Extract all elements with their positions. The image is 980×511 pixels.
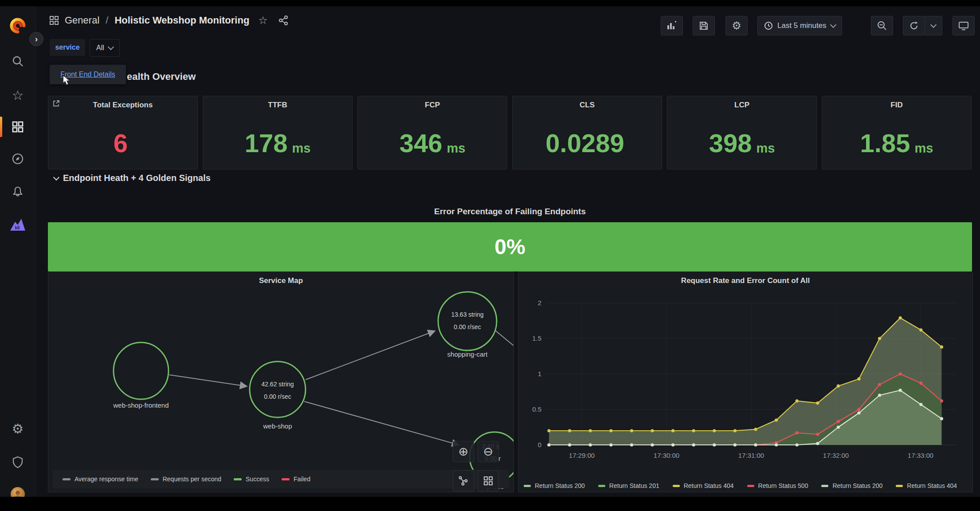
stat-value: 1.85 — [860, 130, 910, 156]
stat-panel-ttfb: TTFB 178 ms — [203, 96, 353, 169]
grafana-logo[interactable] — [0, 14, 35, 37]
sidebar-expand-button[interactable]: › — [29, 32, 43, 46]
stat-value: 346 — [400, 130, 443, 156]
data-link-tooltip[interactable]: Front End Details — [50, 65, 126, 84]
request-rate-panel: Request Rate and Error Count of All 00.5… — [518, 271, 973, 492]
node-web-shop-frontend[interactable] — [114, 342, 169, 399]
grafana-logo-icon — [8, 16, 27, 35]
alerting-bell-icon[interactable] — [0, 180, 35, 203]
legend-label: Return Status 200 — [535, 482, 585, 489]
node-label: web-shop — [263, 422, 292, 430]
legend-swatch — [673, 485, 680, 487]
variable-service-value-dropdown[interactable]: All — [90, 39, 120, 57]
stat-value: 178 — [245, 130, 288, 156]
top-black-bar — [0, 0, 980, 6]
stat-panel-fid: FID 1.85 ms — [822, 96, 972, 169]
zoom-out-time-button[interactable] — [871, 16, 893, 35]
stat-title[interactable]: CLS — [513, 101, 662, 110]
cycle-view-mode-button[interactable] — [953, 16, 975, 35]
stat-value: 398 — [709, 130, 752, 156]
admin-shield-icon[interactable] — [0, 451, 35, 474]
cursor-pointer-icon — [62, 75, 72, 86]
k6-label: k6 — [15, 225, 20, 230]
svg-text:17:32:00: 17:32:00 — [823, 452, 849, 459]
error-percentage-bar: 0% — [48, 222, 972, 271]
legend-label: Success — [246, 476, 269, 483]
k6-app-icon[interactable]: k6 — [0, 213, 35, 236]
map-hierarchy-layout-button[interactable] — [453, 470, 474, 491]
clock-icon — [764, 21, 773, 30]
dashboard-settings-button[interactable]: ⚙ — [725, 16, 748, 35]
legend-swatch — [234, 478, 242, 480]
legend-label: Failed — [294, 476, 310, 483]
map-zoom-out-button[interactable]: ⊖ — [478, 441, 499, 462]
stat-title[interactable]: TTFB — [203, 101, 352, 110]
row-endpoint-health[interactable]: Endpoint Heath + 4 Golden Signals — [54, 173, 211, 183]
app-surface: ☆ k — [0, 6, 980, 497]
svg-text:0.00 r/sec: 0.00 r/sec — [264, 393, 291, 400]
legend-item[interactable]: Return Status 500 — [747, 482, 808, 489]
dashboards-icon[interactable] — [0, 115, 35, 138]
request-rate-chart[interactable]: 00.511.5217:29:0017:30:0017:31:0017:32:0… — [521, 291, 970, 464]
svg-text:2: 2 — [538, 299, 541, 307]
stat-title[interactable]: FCP — [358, 101, 507, 110]
legend-label: Return Status 200 — [832, 482, 882, 489]
legend-item: Success — [234, 476, 269, 483]
time-range-picker[interactable]: Last 5 minutes — [757, 16, 842, 35]
svg-text:17:29:00: 17:29:00 — [569, 452, 595, 459]
stat-title[interactable]: LCP — [667, 101, 816, 110]
submenu: service All ealth Overview Front End Det… — [35, 6, 302, 95]
legend-swatch — [598, 485, 605, 487]
svg-text:17:33:00: 17:33:00 — [908, 452, 933, 459]
legend-swatch — [896, 485, 903, 487]
search-icon[interactable] — [0, 50, 35, 73]
map-grid-layout-button[interactable] — [478, 470, 499, 491]
legend-item[interactable]: Return Status 404 — [673, 482, 734, 489]
node-web-shop[interactable] — [250, 362, 306, 417]
map-zoom-in-button[interactable]: ⊕ — [453, 441, 474, 462]
chevron-down-icon — [830, 22, 836, 28]
svg-text:13.63 string: 13.63 string — [451, 311, 483, 318]
legend-item[interactable]: Return Status 404 — [896, 482, 957, 489]
legend-swatch — [282, 478, 290, 480]
stat-panel-total-exceptions: Total Exceptions 6 — [48, 96, 198, 169]
legend-label: Return Status 201 — [609, 482, 659, 489]
explore-compass-icon[interactable] — [0, 147, 35, 170]
service-map-legend: Average response timeRequests per second… — [53, 470, 509, 488]
legend-swatch — [151, 478, 159, 480]
legend-item[interactable]: Return Status 200 — [821, 482, 882, 489]
legend-label: Return Status 500 — [758, 482, 808, 489]
active-indicator — [0, 117, 2, 137]
legend-swatch — [524, 485, 531, 487]
svg-text:0.00 r/sec: 0.00 r/sec — [454, 323, 481, 330]
panel-heading-partial: ealth Overview — [127, 71, 196, 83]
svg-text:42.62 string: 42.62 string — [261, 381, 294, 388]
grafana-dashboard: ☆ k — [0, 0, 980, 511]
request-rate-title[interactable]: Request Rate and Error Count of All — [518, 276, 972, 285]
save-dashboard-button[interactable] — [693, 16, 715, 35]
stat-title[interactable]: Total Exceptions — [48, 101, 197, 110]
error-percentage-value: 0% — [494, 235, 525, 259]
legend-label: Return Status 404 — [907, 482, 957, 489]
legend-item: Requests per second — [151, 476, 221, 483]
variable-service-label[interactable]: service — [50, 39, 85, 56]
service-map-graph[interactable]: 42.62 string 0.00 r/sec 13.63 string 0.0… — [48, 272, 514, 492]
bottom-black-bar — [0, 497, 980, 511]
stat-title[interactable]: FID — [822, 101, 971, 110]
legend-item[interactable]: Return Status 201 — [598, 482, 659, 489]
node-shopping-cart[interactable] — [438, 292, 497, 350]
starred-icon[interactable]: ☆ — [0, 83, 35, 106]
legend-item[interactable]: Return Status 200 — [524, 482, 585, 489]
refresh-button[interactable] — [903, 16, 925, 35]
stat-panel-cls: CLS 0.0289 — [512, 96, 662, 169]
legend-swatch — [63, 478, 71, 480]
sidebar: ☆ k — [0, 6, 36, 497]
refresh-interval-dropdown[interactable] — [925, 16, 942, 35]
node-label: web-shop-frontend — [113, 401, 169, 409]
legend-swatch — [821, 485, 828, 487]
settings-gear-icon[interactable]: ⚙ — [0, 417, 35, 440]
error-panel-title[interactable]: Error Percentage of Failing Endpoints — [48, 207, 972, 216]
svg-text:0.5: 0.5 — [532, 405, 541, 413]
add-panel-button[interactable] — [661, 16, 683, 35]
time-range-label: Last 5 minutes — [777, 21, 827, 30]
